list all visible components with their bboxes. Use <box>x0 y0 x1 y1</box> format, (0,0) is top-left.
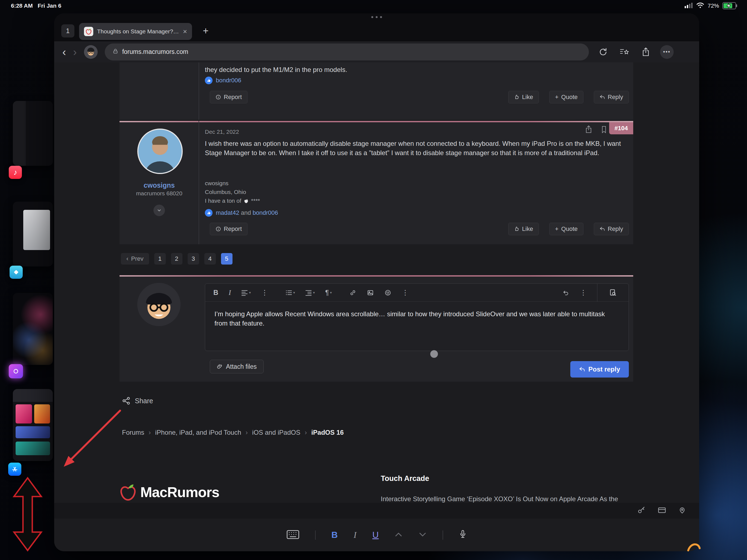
attach-files-button[interactable]: Attach files <box>210 360 264 374</box>
reply-button[interactable]: Reply <box>594 223 629 235</box>
reply-button[interactable]: Reply <box>594 91 629 103</box>
site-favicon <box>84 27 93 36</box>
reply-label: Reply <box>608 225 623 232</box>
breadcrumb-ios-ipados[interactable]: iOS and iPadOS <box>252 429 300 436</box>
report-button[interactable]: Report <box>210 91 248 103</box>
quote-button[interactable]: + Quote <box>549 223 584 235</box>
share-button[interactable] <box>639 47 653 57</box>
recent-app-thumbnail-music[interactable] <box>13 101 53 166</box>
apple-logo-icon <box>244 199 248 204</box>
reply-label: Reply <box>608 94 623 101</box>
pagination-prev[interactable]: ‹ Prev <box>121 253 149 264</box>
pagination-page-5-active[interactable]: 5 <box>221 253 232 264</box>
app-icon-3[interactable] <box>9 364 23 378</box>
prev-label: Prev <box>131 255 143 262</box>
more-formatting-icon[interactable]: ⋮ <box>261 289 268 297</box>
thread-share[interactable]: Share <box>122 397 153 405</box>
kb-next-field-icon[interactable] <box>418 532 427 539</box>
author-expand-button[interactable] <box>153 205 165 216</box>
breadcrumb-iphone-ipad[interactable]: iPhone, iPad, and iPod Touch <box>155 429 241 436</box>
kb-italic-button[interactable]: I <box>354 530 357 540</box>
current-user-avatar[interactable] <box>137 283 181 326</box>
list-icon[interactable]: ▾ <box>286 290 295 296</box>
pagination-page-2[interactable]: 2 <box>171 253 182 264</box>
new-tab-button[interactable]: + <box>199 24 212 37</box>
macrumors-logo[interactable]: MacRumors <box>120 483 220 502</box>
undo-icon[interactable] <box>562 289 569 296</box>
liked-by-user[interactable]: madat42 <box>216 209 239 216</box>
breadcrumb-ipados16[interactable]: iPadOS 16 <box>311 429 344 436</box>
post-reply-button[interactable]: Post reply <box>570 361 629 378</box>
recent-app-thumbnail-4[interactable] <box>13 389 53 461</box>
forum-post-partial: they decided to put the M1/M2 in the pro… <box>120 62 633 120</box>
more-tools-icon[interactable]: ⋮ <box>402 289 409 297</box>
resize-handle[interactable] <box>430 350 438 358</box>
pagination-page-3[interactable]: 3 <box>188 253 199 264</box>
wifi-icon <box>696 2 704 9</box>
align-left-icon[interactable]: ▾ <box>241 290 251 296</box>
post-date[interactable]: Dec 21, 2022 <box>205 129 239 135</box>
battery-percent: 72% <box>707 2 719 9</box>
dictation-mic-icon[interactable] <box>459 529 467 541</box>
quote-label: Quote <box>561 94 578 101</box>
window-controls[interactable] <box>371 16 382 18</box>
pagination-page-4[interactable]: 4 <box>204 253 216 264</box>
brand-name: MacRumors <box>140 484 220 500</box>
insert-link-icon[interactable] <box>349 289 356 296</box>
recent-app-thumbnail-2[interactable] <box>13 202 53 266</box>
music-app-icon[interactable]: ♪ <box>9 166 22 179</box>
reload-button[interactable] <box>596 48 610 56</box>
more-options-button[interactable]: ••• <box>660 45 674 59</box>
plus-icon: + <box>555 94 559 101</box>
footer-heading[interactable]: Touch Arcade <box>381 474 429 483</box>
author-avatar[interactable] <box>137 129 183 174</box>
address-bar[interactable]: forums.macrumors.com <box>105 44 589 60</box>
profile-avatar[interactable] <box>84 45 98 59</box>
password-key-icon[interactable] <box>637 506 646 515</box>
paragraph-icon[interactable]: ¶ ▾ <box>325 289 332 297</box>
bold-icon[interactable]: B <box>213 289 218 297</box>
reply-text-input[interactable]: I’m hoping Apple allows Recent Windows a… <box>205 302 628 336</box>
footer-article-link[interactable]: Interactive Storytelling Game ‘Episode X… <box>381 495 633 503</box>
quote-button[interactable]: + Quote <box>549 91 584 103</box>
author-username[interactable]: cwosigns <box>120 181 199 189</box>
editor-menu-icon[interactable]: ⋮ <box>580 289 587 297</box>
editor-toolbar: B I ▾ ⋮ ▾ ▾ <box>205 284 628 302</box>
forward-button[interactable]: › <box>73 47 77 57</box>
kb-bold-button[interactable]: B <box>332 530 338 540</box>
italic-icon[interactable]: I <box>229 289 231 297</box>
report-button[interactable]: Report <box>210 223 248 235</box>
author-title: macrumors 68020 <box>120 190 199 197</box>
pagination-page-1[interactable]: 1 <box>154 253 166 264</box>
favorites-bar-icon[interactable] <box>617 48 632 56</box>
location-pin-icon[interactable] <box>678 506 686 515</box>
signature-line: cwosigns <box>205 179 260 188</box>
recent-app-thumbnail-3[interactable] <box>13 293 53 365</box>
app-icon-2[interactable] <box>9 265 23 279</box>
attach-files-label: Attach files <box>226 363 257 371</box>
active-tab[interactable]: Thoughts on Stage Manager? | Pag × <box>79 23 192 40</box>
tab-overview-button[interactable]: 1 <box>61 24 74 37</box>
kb-underline-button[interactable]: U <box>372 530 379 540</box>
like-button[interactable]: Like <box>508 91 539 103</box>
keyboard-icon[interactable] <box>287 530 299 540</box>
post-reply-label: Post reply <box>588 365 620 373</box>
like-button[interactable]: Like <box>508 223 539 235</box>
post-bookmark-icon[interactable] <box>601 125 607 135</box>
liked-by-user[interactable]: bondr006 <box>216 77 241 84</box>
app-store-icon[interactable] <box>8 463 21 476</box>
post-number-badge[interactable]: #104 <box>609 122 633 134</box>
indent-icon[interactable]: ▾ <box>305 290 315 296</box>
reply-editor[interactable]: B I ▾ ⋮ ▾ ▾ <box>205 283 629 351</box>
like-label: Like <box>522 225 533 232</box>
kb-prev-field-icon[interactable] <box>394 532 403 539</box>
autofill-card-icon[interactable] <box>658 506 666 515</box>
back-button[interactable]: ‹ <box>62 47 66 57</box>
breadcrumb-forums[interactable]: Forums <box>122 429 144 436</box>
post-share-icon[interactable] <box>585 125 592 135</box>
preview-button[interactable] <box>597 284 628 302</box>
emoji-icon[interactable] <box>384 289 391 296</box>
liked-by-user[interactable]: bondr006 <box>253 209 278 216</box>
insert-image-icon[interactable] <box>367 289 374 296</box>
tab-close-icon[interactable]: × <box>183 27 187 36</box>
